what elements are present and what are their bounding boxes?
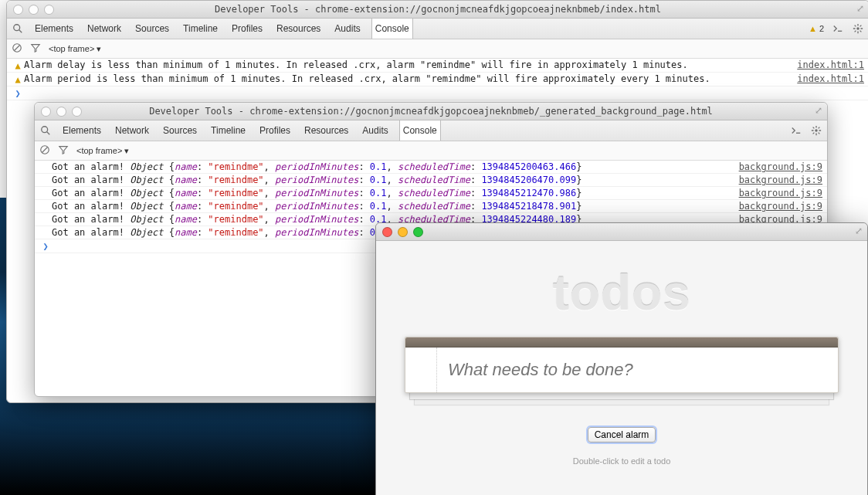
console-log-row: Got an alarm! Object {name: "remindme", … xyxy=(35,187,827,200)
tab-network[interactable]: Network xyxy=(84,23,124,34)
expand-icon[interactable]: ⤢ xyxy=(855,225,863,236)
clear-console-icon[interactable] xyxy=(39,144,50,157)
console-warning-row: ▲ Alarm delay is less than minimum of 1 … xyxy=(7,59,868,73)
tab-sources[interactable]: Sources xyxy=(132,23,172,34)
tab-bar: Elements Network Sources Timeline Profil… xyxy=(35,120,827,141)
tab-elements[interactable]: Elements xyxy=(59,125,104,136)
warning-icon: ▲ xyxy=(15,73,20,86)
svg-point-0 xyxy=(14,25,20,31)
minimize-dot[interactable] xyxy=(398,227,408,237)
console-log-row: Got an alarm! Object {name: "remindme", … xyxy=(35,161,827,174)
svg-rect-8 xyxy=(796,133,800,134)
tab-console[interactable]: Console xyxy=(399,120,441,141)
svg-point-9 xyxy=(815,129,818,132)
todos-heading: todos xyxy=(376,264,867,321)
tab-profiles[interactable]: Profiles xyxy=(229,23,266,34)
tab-audits[interactable]: Audits xyxy=(359,125,391,136)
tab-elements[interactable]: Elements xyxy=(32,23,76,34)
zoom-dot[interactable] xyxy=(413,227,423,237)
drawer-toggle-icon[interactable] xyxy=(790,124,802,137)
filter-bar: <top frame> ▾ xyxy=(35,141,827,161)
svg-point-3 xyxy=(856,27,860,30)
expand-icon[interactable]: ⤢ xyxy=(815,105,822,116)
source-link[interactable]: background.js:9 xyxy=(731,161,822,173)
clear-console-icon[interactable] xyxy=(12,42,22,55)
source-link[interactable]: background.js:9 xyxy=(731,200,822,212)
tab-console[interactable]: Console xyxy=(371,19,413,39)
console-prompt-row[interactable]: ❯ xyxy=(7,86,868,100)
frame-selector[interactable]: <top frame> ▾ xyxy=(49,44,101,54)
todos-app-window: ⤢ todos Cancel alarm Double-click to edi… xyxy=(375,222,868,495)
svg-line-7 xyxy=(47,132,50,135)
search-icon[interactable] xyxy=(39,124,52,137)
titlebar[interactable]: ⤢ xyxy=(376,223,867,241)
source-link[interactable]: background.js:9 xyxy=(731,187,822,199)
tab-resources[interactable]: Resources xyxy=(273,23,324,34)
toggle-all-gutter[interactable] xyxy=(405,348,437,392)
tab-resources[interactable]: Resources xyxy=(301,125,351,136)
close-dot[interactable] xyxy=(382,227,392,237)
console-warning-row: ▲ Alarm period is less than minimum of 1… xyxy=(7,73,868,86)
tab-network[interactable]: Network xyxy=(112,125,152,136)
cancel-alarm-button[interactable]: Cancel alarm xyxy=(588,427,656,442)
tab-sources[interactable]: Sources xyxy=(160,125,200,136)
source-link[interactable]: background.js:9 xyxy=(731,174,822,186)
prompt-icon: ❯ xyxy=(42,240,48,253)
svg-line-1 xyxy=(19,30,22,33)
window-title: Developer Tools - chrome-extension://goc… xyxy=(35,106,827,117)
svg-line-11 xyxy=(42,147,48,153)
prompt-icon: ❯ xyxy=(15,87,20,100)
warning-icon: ▲ xyxy=(15,59,20,72)
window-title: Developer Tools - chrome-extension://goc… xyxy=(7,4,868,15)
source-link[interactable]: index.html:1 xyxy=(789,73,864,85)
tab-bar: Elements Network Sources Timeline Profil… xyxy=(7,19,868,39)
console-log-row: Got an alarm! Object {name: "remindme", … xyxy=(35,174,827,187)
filter-icon[interactable] xyxy=(30,42,41,55)
tab-audits[interactable]: Audits xyxy=(331,23,363,34)
svg-line-5 xyxy=(15,46,20,51)
warning-count[interactable]: ▲2 xyxy=(809,24,824,33)
expand-icon[interactable]: ⤢ xyxy=(856,3,864,14)
source-link[interactable]: index.html:1 xyxy=(789,59,864,71)
card-header-bar xyxy=(405,337,838,348)
search-icon[interactable] xyxy=(12,22,24,35)
console-log-row: Got an alarm! Object {name: "remindme", … xyxy=(35,200,827,213)
titlebar[interactable]: Developer Tools - chrome-extension://goc… xyxy=(35,103,827,120)
traffic-lights[interactable] xyxy=(382,227,423,237)
drawer-toggle-icon[interactable] xyxy=(832,22,844,35)
settings-gear-icon[interactable] xyxy=(852,22,864,35)
settings-gear-icon[interactable] xyxy=(810,124,822,137)
svg-rect-2 xyxy=(838,31,842,32)
edit-hint: Double-click to edit a todo xyxy=(376,456,867,466)
tab-timeline[interactable]: Timeline xyxy=(208,125,249,136)
todo-card xyxy=(405,337,839,393)
filter-icon[interactable] xyxy=(58,144,69,157)
frame-selector[interactable]: <top frame> ▾ xyxy=(76,146,129,156)
svg-point-6 xyxy=(42,127,48,133)
titlebar[interactable]: Developer Tools - chrome-extension://goc… xyxy=(7,1,868,19)
filter-bar: <top frame> ▾ xyxy=(7,39,868,59)
tab-timeline[interactable]: Timeline xyxy=(180,23,221,34)
console-output: ▲ Alarm delay is less than minimum of 1 … xyxy=(7,59,868,100)
tab-profiles[interactable]: Profiles xyxy=(256,125,293,136)
new-todo-input[interactable] xyxy=(437,360,838,380)
